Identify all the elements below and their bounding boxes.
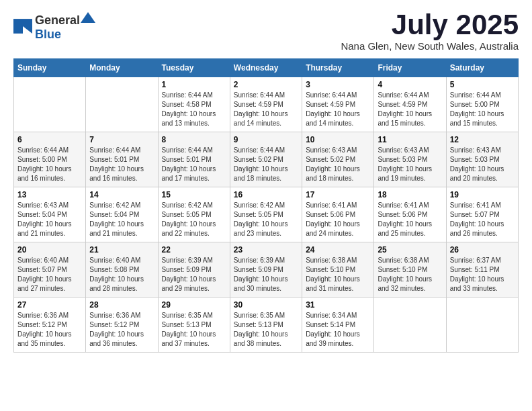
day-number: 4 <box>378 80 442 89</box>
day-cell: 10Sunrise: 6:43 AM Sunset: 5:02 PM Dayli… <box>302 132 374 187</box>
day-detail: Sunrise: 6:41 AM Sunset: 5:06 PM Dayligh… <box>378 201 442 238</box>
day-detail: Sunrise: 6:44 AM Sunset: 4:59 PM Dayligh… <box>378 91 442 128</box>
day-cell: 4Sunrise: 6:44 AM Sunset: 4:59 PM Daylig… <box>374 77 446 132</box>
day-detail: Sunrise: 6:36 AM Sunset: 5:12 PM Dayligh… <box>17 311 82 349</box>
day-number: 12 <box>450 135 515 144</box>
day-cell: 6Sunrise: 6:44 AM Sunset: 5:00 PM Daylig… <box>14 132 86 187</box>
day-cell: 9Sunrise: 6:44 AM Sunset: 5:02 PM Daylig… <box>230 132 302 187</box>
day-number: 22 <box>162 245 226 255</box>
logo-icon <box>13 19 32 34</box>
day-detail: Sunrise: 6:35 AM Sunset: 5:13 PM Dayligh… <box>234 311 298 349</box>
day-cell: 11Sunrise: 6:43 AM Sunset: 5:03 PM Dayli… <box>374 132 446 187</box>
header-cell-thursday: Thursday <box>302 59 374 77</box>
logo-triangle-icon <box>81 11 95 24</box>
week-row-5: 27Sunrise: 6:36 AM Sunset: 5:12 PM Dayli… <box>14 298 519 353</box>
day-number: 27 <box>17 300 82 310</box>
day-number: 26 <box>450 245 515 255</box>
day-detail: Sunrise: 6:44 AM Sunset: 5:02 PM Dayligh… <box>234 146 298 183</box>
header: General Blue July 2025 Nana Glen, New So… <box>13 11 519 52</box>
header-cell-monday: Monday <box>86 59 158 77</box>
location-title: Nana Glen, New South Wales, Australia <box>341 40 519 52</box>
day-cell: 5Sunrise: 6:44 AM Sunset: 5:00 PM Daylig… <box>446 77 518 132</box>
day-cell: 13Sunrise: 6:43 AM Sunset: 5:04 PM Dayli… <box>14 187 86 242</box>
day-cell: 30Sunrise: 6:35 AM Sunset: 5:13 PM Dayli… <box>230 298 302 353</box>
day-number: 11 <box>378 135 442 144</box>
day-cell: 28Sunrise: 6:36 AM Sunset: 5:12 PM Dayli… <box>86 298 158 353</box>
day-number: 25 <box>378 245 442 255</box>
svg-rect-1 <box>23 19 32 26</box>
day-number: 24 <box>306 245 370 255</box>
day-cell: 8Sunrise: 6:44 AM Sunset: 5:01 PM Daylig… <box>158 132 230 187</box>
day-detail: Sunrise: 6:43 AM Sunset: 5:03 PM Dayligh… <box>378 146 442 183</box>
day-number: 23 <box>234 245 298 255</box>
day-cell: 23Sunrise: 6:39 AM Sunset: 5:09 PM Dayli… <box>230 242 302 298</box>
day-number: 17 <box>306 190 370 199</box>
day-number: 31 <box>306 300 370 310</box>
week-row-1: 1Sunrise: 6:44 AM Sunset: 4:58 PM Daylig… <box>14 77 519 132</box>
day-cell <box>446 298 518 353</box>
day-number: 9 <box>234 135 298 144</box>
day-number: 13 <box>17 190 82 199</box>
day-detail: Sunrise: 6:44 AM Sunset: 4:59 PM Dayligh… <box>306 91 370 128</box>
day-detail: Sunrise: 6:34 AM Sunset: 5:14 PM Dayligh… <box>306 311 370 349</box>
title-area: July 2025 Nana Glen, New South Wales, Au… <box>341 11 519 52</box>
day-number: 5 <box>450 80 515 89</box>
day-cell: 25Sunrise: 6:38 AM Sunset: 5:10 PM Dayli… <box>374 242 446 298</box>
day-cell: 16Sunrise: 6:42 AM Sunset: 5:05 PM Dayli… <box>230 187 302 242</box>
day-detail: Sunrise: 6:42 AM Sunset: 5:04 PM Dayligh… <box>89 201 154 238</box>
day-detail: Sunrise: 6:36 AM Sunset: 5:12 PM Dayligh… <box>89 311 154 349</box>
day-detail: Sunrise: 6:35 AM Sunset: 5:13 PM Dayligh… <box>162 311 226 349</box>
day-cell: 19Sunrise: 6:41 AM Sunset: 5:07 PM Dayli… <box>446 187 518 242</box>
week-row-4: 20Sunrise: 6:40 AM Sunset: 5:07 PM Dayli… <box>14 242 519 298</box>
header-cell-sunday: Sunday <box>14 59 86 77</box>
week-row-3: 13Sunrise: 6:43 AM Sunset: 5:04 PM Dayli… <box>14 187 519 242</box>
day-detail: Sunrise: 6:43 AM Sunset: 5:03 PM Dayligh… <box>450 146 515 183</box>
day-cell: 14Sunrise: 6:42 AM Sunset: 5:04 PM Dayli… <box>86 187 158 242</box>
day-cell: 7Sunrise: 6:44 AM Sunset: 5:01 PM Daylig… <box>86 132 158 187</box>
day-cell <box>14 77 86 132</box>
day-cell: 27Sunrise: 6:36 AM Sunset: 5:12 PM Dayli… <box>14 298 86 353</box>
logo-blue: Blue <box>35 28 61 41</box>
day-number: 19 <box>450 190 515 199</box>
day-detail: Sunrise: 6:39 AM Sunset: 5:09 PM Dayligh… <box>162 256 226 293</box>
svg-marker-4 <box>81 12 95 23</box>
day-number: 14 <box>89 190 154 199</box>
day-cell: 3Sunrise: 6:44 AM Sunset: 4:59 PM Daylig… <box>302 77 374 132</box>
header-cell-tuesday: Tuesday <box>158 59 230 77</box>
day-detail: Sunrise: 6:40 AM Sunset: 5:08 PM Dayligh… <box>89 256 154 293</box>
day-cell: 20Sunrise: 6:40 AM Sunset: 5:07 PM Dayli… <box>14 242 86 298</box>
day-cell: 26Sunrise: 6:37 AM Sunset: 5:11 PM Dayli… <box>446 242 518 298</box>
logo-general: General <box>35 13 80 28</box>
day-detail: Sunrise: 6:44 AM Sunset: 4:59 PM Dayligh… <box>234 91 298 128</box>
day-detail: Sunrise: 6:44 AM Sunset: 5:00 PM Dayligh… <box>450 91 515 128</box>
header-cell-wednesday: Wednesday <box>230 59 302 77</box>
day-detail: Sunrise: 6:42 AM Sunset: 5:05 PM Dayligh… <box>234 201 298 238</box>
calendar-header: SundayMondayTuesdayWednesdayThursdayFrid… <box>14 59 519 77</box>
day-number: 18 <box>378 190 442 199</box>
day-detail: Sunrise: 6:38 AM Sunset: 5:10 PM Dayligh… <box>378 256 442 293</box>
day-cell <box>374 298 446 353</box>
day-cell <box>86 77 158 132</box>
day-detail: Sunrise: 6:41 AM Sunset: 5:07 PM Dayligh… <box>450 201 515 238</box>
day-number: 29 <box>162 300 226 310</box>
day-number: 30 <box>234 300 298 310</box>
day-detail: Sunrise: 6:43 AM Sunset: 5:04 PM Dayligh… <box>17 201 82 238</box>
day-number: 8 <box>162 135 226 144</box>
day-number: 10 <box>306 135 370 144</box>
day-cell: 17Sunrise: 6:41 AM Sunset: 5:06 PM Dayli… <box>302 187 374 242</box>
logo: General Blue <box>13 11 96 42</box>
logo-wordmark: General Blue <box>35 11 96 42</box>
day-cell: 29Sunrise: 6:35 AM Sunset: 5:13 PM Dayli… <box>158 298 230 353</box>
calendar-table: SundayMondayTuesdayWednesdayThursdayFrid… <box>13 58 519 353</box>
svg-marker-2 <box>23 26 32 34</box>
header-cell-saturday: Saturday <box>446 59 518 77</box>
day-cell: 15Sunrise: 6:42 AM Sunset: 5:05 PM Dayli… <box>158 187 230 242</box>
day-number: 28 <box>89 300 154 310</box>
day-cell: 2Sunrise: 6:44 AM Sunset: 4:59 PM Daylig… <box>230 77 302 132</box>
header-row: SundayMondayTuesdayWednesdayThursdayFrid… <box>14 59 519 77</box>
month-title: July 2025 <box>341 11 519 39</box>
day-detail: Sunrise: 6:44 AM Sunset: 5:00 PM Dayligh… <box>17 146 82 183</box>
day-cell: 1Sunrise: 6:44 AM Sunset: 4:58 PM Daylig… <box>158 77 230 132</box>
day-number: 3 <box>306 80 370 89</box>
week-row-2: 6Sunrise: 6:44 AM Sunset: 5:00 PM Daylig… <box>14 132 519 187</box>
